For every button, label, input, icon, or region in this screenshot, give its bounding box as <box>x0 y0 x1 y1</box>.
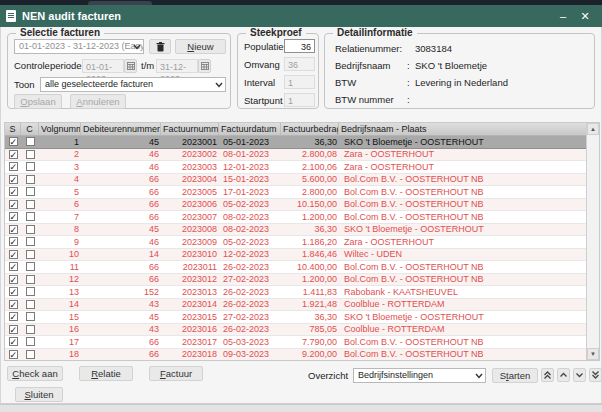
table-row[interactable]: ✓ 12 66 2023012 27-02-2023 1.200,00 Bol.… <box>5 274 586 287</box>
previous-button[interactable] <box>557 368 570 382</box>
cell-factuurbedrag: 9.200,00 <box>281 348 339 360</box>
s-checkbox[interactable]: ✓ <box>9 225 18 234</box>
annuleren-button[interactable]: Annuleren <box>70 94 126 109</box>
table-row[interactable]: ✓ 17 66 2023017 05-03-2023 7.790,00 Bol.… <box>5 336 586 349</box>
col-header-debiteurennummer[interactable]: Debiteurennummer <box>81 123 161 135</box>
startpunt-input[interactable]: 1 <box>284 93 315 107</box>
table-row[interactable]: ✓ 13 152 2023013 26-02-2023 1.411,83 Rab… <box>5 286 586 299</box>
s-checkbox[interactable]: ✓ <box>9 250 18 259</box>
table-row[interactable]: ✓ 3 46 2023003 12-01-2023 2.100,06 Zara … <box>5 161 586 174</box>
minimize-button[interactable]: – <box>552 8 574 24</box>
c-checkbox[interactable] <box>26 200 35 209</box>
s-checkbox[interactable]: ✓ <box>9 300 18 309</box>
detail-label: Relatienummer: <box>335 43 407 55</box>
close-button[interactable]: ✕ <box>574 8 596 24</box>
c-checkbox[interactable] <box>26 162 35 171</box>
s-checkbox[interactable]: ✓ <box>9 212 18 221</box>
col-header-factuurbedrag[interactable]: Factuurbedrag <box>281 123 339 135</box>
col-header-volgnummer[interactable]: Volgnummer <box>39 123 81 135</box>
starten-button[interactable]: Starten <box>492 368 538 383</box>
relatie-button[interactable]: Relatie <box>79 366 133 381</box>
c-checkbox[interactable] <box>26 262 35 271</box>
table-scrollbar[interactable]: ▲ ▼ <box>586 123 599 360</box>
period-select[interactable]: 01-01-2023 - 31-12-2023 (Easyflex) <box>14 39 144 54</box>
table-row[interactable]: ✓ 16 43 2023016 26-02-2023 785,05 Coolbl… <box>5 324 586 337</box>
overzicht-select[interactable]: Bedrijfsinstellingen <box>353 368 486 383</box>
factuur-button[interactable]: Factuur <box>149 366 203 381</box>
table-row[interactable]: ✓ 10 14 2023010 12-02-2023 1.846,46 Wilt… <box>5 249 586 262</box>
calendar-from-button[interactable] <box>124 59 137 73</box>
check-aan-button[interactable]: Check aan <box>7 366 63 381</box>
col-header-bedrijfsnaam[interactable]: Bedrijfsnaam - Plaats <box>339 123 586 135</box>
omvang-input[interactable]: 36 <box>284 57 315 71</box>
opslaan-button[interactable]: Opslaan <box>14 94 62 109</box>
c-checkbox[interactable] <box>26 350 35 359</box>
date-to-input[interactable]: 31-12-2023 <box>156 59 198 73</box>
c-checkbox[interactable] <box>26 287 35 296</box>
s-checkbox[interactable]: ✓ <box>9 262 18 271</box>
table-row[interactable]: ✓ 2 46 2023002 08-01-2023 2.800,08 Zara … <box>5 149 586 162</box>
table-row[interactable]: ✓ 4 66 2023004 15-01-2023 5.600,00 Bol.C… <box>5 174 586 187</box>
s-checkbox[interactable]: ✓ <box>9 325 18 334</box>
c-checkbox[interactable] <box>26 250 35 259</box>
c-checkbox[interactable] <box>26 237 35 246</box>
s-checkbox[interactable]: ✓ <box>9 350 18 359</box>
table-row[interactable]: ✓ 15 45 2023015 27-02-2023 36,30 SKO 't … <box>5 311 586 324</box>
first-button[interactable] <box>541 368 554 382</box>
cell-volgnummer: 7 <box>39 211 81 223</box>
s-checkbox[interactable]: ✓ <box>9 137 18 146</box>
s-checkbox[interactable]: ✓ <box>9 150 18 159</box>
table-row[interactable]: ✓ 5 66 2023005 17-01-2023 2.800,00 Bol.C… <box>5 186 586 199</box>
table-row[interactable]: ✓ 9 46 2023009 05-02-2023 1.186,20 Zara … <box>5 236 586 249</box>
c-checkbox[interactable] <box>26 225 35 234</box>
col-header-c[interactable]: C <box>21 123 39 135</box>
table-row[interactable]: ✓ 18 66 2023018 09-03-2023 9.200,00 Bol.… <box>5 349 586 361</box>
table-row[interactable]: ✓ 14 43 2023014 26-02-2023 1.921,48 Cool… <box>5 299 586 312</box>
c-checkbox[interactable] <box>26 275 35 284</box>
table-row[interactable]: ✓ 1 45 2023001 05-01-2023 36,30 SKO 't B… <box>5 136 586 149</box>
cell-bedrijfsnaam: Zara - OOSTERHOUT <box>339 236 586 248</box>
c-checkbox[interactable] <box>26 337 35 346</box>
c-checkbox[interactable] <box>26 175 35 184</box>
c-checkbox[interactable] <box>26 187 35 196</box>
s-checkbox[interactable]: ✓ <box>9 287 18 296</box>
cell-factuurdatum: 27-02-2023 <box>219 273 281 285</box>
c-checkbox[interactable] <box>26 212 35 221</box>
table-row[interactable]: ✓ 7 66 2023007 08-02-2023 1.200,00 Bol.C… <box>5 211 586 224</box>
populatie-input[interactable]: 36 <box>284 39 315 53</box>
cell-factuurdatum: 26-02-2023 <box>219 323 281 335</box>
table-row[interactable]: ✓ 6 66 2023006 05-02-2023 10.150,00 Bol.… <box>5 199 586 212</box>
s-checkbox[interactable]: ✓ <box>9 275 18 284</box>
scroll-down-icon[interactable]: ▼ <box>587 348 599 360</box>
scroll-up-icon[interactable]: ▲ <box>587 123 599 135</box>
interval-input[interactable]: 1 <box>284 75 315 89</box>
calendar-to-button[interactable] <box>198 59 211 73</box>
s-checkbox[interactable]: ✓ <box>9 337 18 346</box>
c-checkbox[interactable] <box>26 137 35 146</box>
cell-debiteurennummer: 45 <box>81 311 161 323</box>
last-button[interactable] <box>589 368 602 382</box>
s-checkbox[interactable]: ✓ <box>9 312 18 321</box>
sluiten-button[interactable]: Sluiten <box>15 387 63 402</box>
s-checkbox[interactable]: ✓ <box>9 187 18 196</box>
c-checkbox[interactable] <box>26 325 35 334</box>
table-row[interactable]: ✓ 8 45 2023008 08-02-2023 36,30 SKO 't B… <box>5 224 586 237</box>
c-checkbox[interactable] <box>26 312 35 321</box>
toon-select[interactable]: alle geselecteerde facturen <box>40 77 226 92</box>
next-button[interactable] <box>573 368 586 382</box>
s-checkbox[interactable]: ✓ <box>9 237 18 246</box>
c-checkbox[interactable] <box>26 300 35 309</box>
c-checkbox[interactable] <box>26 150 35 159</box>
startpunt-label: Startpunt <box>244 93 283 108</box>
document-icon <box>6 10 16 22</box>
col-header-s[interactable]: S <box>5 123 21 135</box>
delete-period-button[interactable] <box>149 39 171 54</box>
nieuw-button[interactable]: Nieuw <box>175 39 226 54</box>
s-checkbox[interactable]: ✓ <box>9 162 18 171</box>
s-checkbox[interactable]: ✓ <box>9 175 18 184</box>
s-checkbox[interactable]: ✓ <box>9 200 18 209</box>
col-header-factuurnummer[interactable]: Factuurnummer <box>161 123 219 135</box>
col-header-factuurdatum[interactable]: Factuurdatum <box>219 123 281 135</box>
table-row[interactable]: ✓ 11 66 2023011 26-02-2023 10.400,00 Bol… <box>5 261 586 274</box>
date-from-input[interactable]: 01-01-2023 <box>82 59 124 73</box>
